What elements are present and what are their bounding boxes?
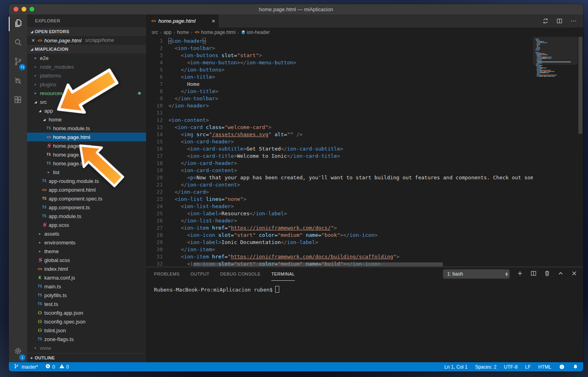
open-editors-header[interactable]: ◢ OPEN EDITORS [27, 27, 146, 36]
code-line[interactable]: 16 <ion-card-subtitle>Get Started</ion-c… [146, 145, 583, 153]
tree-item-assets[interactable]: ▸assets [27, 229, 146, 238]
code-line[interactable]: 18 </ion-card-header> [146, 160, 583, 167]
breadcrumb-item-home-page-html[interactable]: <>home.page.html [194, 30, 235, 35]
tree-item-home-module-ts[interactable]: TShome.module.ts [27, 124, 146, 133]
status-language-mode[interactable]: HTML [538, 364, 551, 370]
status-encoding[interactable]: UTF-8 [504, 364, 517, 370]
code-line[interactable]: 28 <ion-icon slot="start" color="medium"… [146, 232, 583, 239]
code-editor[interactable]: 1<ion-header>2 <ion-toolbar>3 <ion-butto… [146, 37, 583, 267]
activity-debug-button[interactable] [9, 72, 27, 91]
tab-home-page-html[interactable]: <> home.page.html ✕ [146, 14, 219, 28]
horizontal-scrollbar-thumb[interactable] [193, 262, 443, 266]
tree-item-www[interactable]: ▸www [27, 343, 146, 352]
close-editor-icon[interactable]: ✕ [30, 38, 36, 43]
new-terminal-icon[interactable] [517, 270, 523, 278]
breadcrumb-item-app[interactable]: app [164, 30, 172, 35]
code-line[interactable]: 5 </ion-buttons> [146, 66, 583, 73]
status-problems[interactable]: 0 0 [45, 363, 69, 370]
activity-extensions-button[interactable] [9, 91, 27, 110]
open-editor-item[interactable]: ✕ <> home.page.html src/app/home [27, 36, 146, 45]
terminal-select[interactable]: 1: bash [443, 269, 510, 279]
code-line[interactable]: 2 <ion-toolbar> [146, 45, 583, 52]
tree-item-environments[interactable]: ▸environments [27, 238, 146, 247]
code-line[interactable]: 30 </ion-item> [146, 246, 583, 253]
breadcrumb-item-src[interactable]: src [152, 30, 158, 35]
code-line[interactable]: 10</ion-header> [146, 102, 583, 109]
code-line[interactable]: 22 </ion-card> [146, 188, 583, 196]
code-line[interactable]: 15 <ion-card-header> [146, 138, 583, 145]
activity-search-button[interactable] [9, 34, 27, 53]
code-line[interactable]: 24 <ion-list-header> [146, 203, 583, 210]
maximize-panel-icon[interactable] [557, 270, 564, 278]
status-indentation[interactable]: Spaces: 2 [475, 364, 496, 370]
code-line[interactable]: 20 <p>Now that your app has been created… [146, 174, 583, 181]
status-cursor-position[interactable]: Ln 1, Col 1 [444, 364, 468, 370]
tree-item-app-component-spec-ts[interactable]: TSapp.component.spec.ts [27, 194, 146, 203]
zoom-window-button[interactable] [30, 7, 34, 12]
tree-item-karma-conf-js[interactable]: Kkarma.conf.js [27, 273, 146, 282]
code-line[interactable]: 4 <ion-menu-button></ion-menu-button> [146, 59, 583, 66]
tree-item-tslint-json[interactable]: {}tslint.json [27, 326, 146, 335]
tree-item-global-scss[interactable]: Sglobal.scss [27, 256, 146, 264]
code-line[interactable]: 29 <ion-label>Ionic Documentation</ion-l… [146, 239, 583, 246]
tree-item-app-component-html[interactable]: <>app.component.html [27, 185, 146, 194]
code-line[interactable]: 25 <ion-label>Resources</ion-label> [146, 210, 583, 217]
close-window-button[interactable] [14, 7, 18, 12]
code-line[interactable]: 3 <ion-buttons slot="start"> [146, 52, 583, 59]
code-line[interactable]: 1<ion-header> [146, 38, 583, 45]
panel-tab-output[interactable]: OUTPUT [190, 267, 209, 281]
code-line[interactable]: 6 <ion-title> [146, 73, 583, 81]
code-line[interactable]: 19 <ion-card-content> [146, 167, 583, 174]
minimize-window-button[interactable] [22, 7, 26, 12]
code-line[interactable]: 7 Home [146, 81, 583, 88]
project-section-header[interactable]: ◢ MIAPLICACION [27, 45, 146, 54]
vertical-scrollbar-thumb[interactable] [578, 37, 582, 134]
activity-explorer-button[interactable] [9, 14, 27, 34]
tree-item-theme[interactable]: ▸theme [27, 247, 146, 256]
panel-tab-terminal[interactable]: TERMINAL [271, 267, 295, 281]
activity-manage-button[interactable]: 1 [9, 341, 27, 362]
tree-item-home[interactable]: ◢home [27, 115, 146, 124]
tree-item-e2e[interactable]: ▸e2e [27, 54, 146, 62]
code-line[interactable]: 27 <ion-item href="https://ionicframewor… [146, 224, 583, 232]
tree-item-tsconfig-spec-json[interactable]: {}tsconfig.spec.json [27, 317, 146, 326]
minimap-slider[interactable] [533, 37, 578, 65]
code-line[interactable]: 11 [146, 109, 583, 117]
tree-item-polyfills-ts[interactable]: TSpolyfills.ts [27, 291, 146, 300]
vertical-scrollbar[interactable] [578, 37, 583, 267]
tree-item-index-html[interactable]: <>index.html [27, 264, 146, 273]
close-tab-icon[interactable]: ✕ [211, 18, 215, 24]
tree-item-app-scss[interactable]: Sapp.scss [27, 220, 146, 229]
kill-terminal-icon[interactable] [544, 270, 551, 278]
open-changes-icon[interactable] [542, 18, 549, 24]
terminal[interactable]: Rubens-MacBook-Pro:miAplicacion ruben$ [146, 281, 583, 362]
tree-item-app-routing-module-ts[interactable]: TSapp-routing.module.ts [27, 177, 146, 185]
panel-tab-problems[interactable]: PROBLEMS [154, 267, 180, 281]
code-line[interactable]: 17 <ion-card-title>Welcome to Ionic</ion… [146, 153, 583, 160]
tree-item-tsconfig-app-json[interactable]: {}tsconfig.app.json [27, 308, 146, 317]
status-eol[interactable]: LF [525, 364, 531, 370]
tree-item-test-ts[interactable]: TStest.ts [27, 300, 146, 308]
status-branch[interactable]: master* [22, 364, 38, 370]
code-line[interactable]: 14 <img src="/assets/shapes.svg" alt="" … [146, 131, 583, 138]
feedback-smiley-icon[interactable] [559, 364, 565, 370]
minimap[interactable] [533, 37, 578, 267]
code-line[interactable]: 31 <ion-item href="https://ionicframewor… [146, 253, 583, 260]
code-line[interactable]: 8 </ion-title> [146, 88, 583, 95]
tree-item-zone-flags-ts[interactable]: TSzone-flags.ts [27, 335, 146, 343]
outline-section-header[interactable]: ▸ OUTLINE [27, 353, 146, 362]
title-bar[interactable]: home.page.html — miAplicacion [9, 4, 583, 14]
code-line[interactable]: 13 <ion-card class="welcome-card"> [146, 124, 583, 131]
code-line[interactable]: 23 <ion-list lines="none"> [146, 196, 583, 203]
code-line[interactable]: 9 </ion-toolbar> [146, 95, 583, 102]
notifications-bell-icon[interactable] [572, 364, 578, 370]
tree-item-app-component-ts[interactable]: TSapp.component.ts [27, 203, 146, 212]
code-line[interactable]: 26 </ion-list-header> [146, 217, 583, 224]
more-actions-icon[interactable] [570, 18, 577, 24]
code-line[interactable]: 21 </ion-card-content> [146, 181, 583, 188]
tree-item-app-module-ts[interactable]: TSapp.module.ts [27, 212, 146, 220]
close-panel-icon[interactable] [571, 270, 578, 278]
tree-item-main-ts[interactable]: TSmain.ts [27, 282, 146, 291]
panel-tab-debug-console[interactable]: DEBUG CONSOLE [220, 267, 260, 281]
horizontal-scrollbar[interactable] [146, 262, 533, 267]
